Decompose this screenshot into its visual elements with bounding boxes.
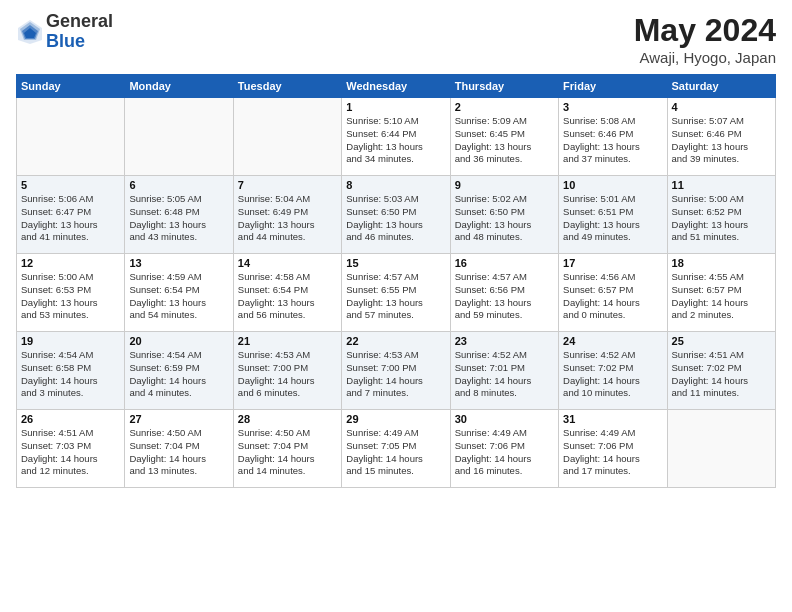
table-row: 21Sunrise: 4:53 AMSunset: 7:00 PMDayligh…	[233, 332, 341, 410]
day-number: 3	[563, 101, 662, 113]
table-row: 18Sunrise: 4:55 AMSunset: 6:57 PMDayligh…	[667, 254, 775, 332]
day-number: 14	[238, 257, 337, 269]
day-info: Sunrise: 5:08 AMSunset: 6:46 PMDaylight:…	[563, 115, 662, 166]
day-number: 8	[346, 179, 445, 191]
table-row: 9Sunrise: 5:02 AMSunset: 6:50 PMDaylight…	[450, 176, 558, 254]
table-row: 2Sunrise: 5:09 AMSunset: 6:45 PMDaylight…	[450, 98, 558, 176]
day-number: 27	[129, 413, 228, 425]
day-info: Sunrise: 5:00 AMSunset: 6:53 PMDaylight:…	[21, 271, 120, 322]
day-number: 26	[21, 413, 120, 425]
day-info: Sunrise: 4:49 AMSunset: 7:06 PMDaylight:…	[455, 427, 554, 478]
col-monday: Monday	[125, 75, 233, 98]
calendar-row: 12Sunrise: 5:00 AMSunset: 6:53 PMDayligh…	[17, 254, 776, 332]
table-row: 6Sunrise: 5:05 AMSunset: 6:48 PMDaylight…	[125, 176, 233, 254]
day-info: Sunrise: 4:56 AMSunset: 6:57 PMDaylight:…	[563, 271, 662, 322]
day-info: Sunrise: 4:57 AMSunset: 6:56 PMDaylight:…	[455, 271, 554, 322]
table-row: 16Sunrise: 4:57 AMSunset: 6:56 PMDayligh…	[450, 254, 558, 332]
day-number: 30	[455, 413, 554, 425]
day-number: 24	[563, 335, 662, 347]
day-info: Sunrise: 5:04 AMSunset: 6:49 PMDaylight:…	[238, 193, 337, 244]
day-info: Sunrise: 4:50 AMSunset: 7:04 PMDaylight:…	[129, 427, 228, 478]
day-number: 15	[346, 257, 445, 269]
table-row: 15Sunrise: 4:57 AMSunset: 6:55 PMDayligh…	[342, 254, 450, 332]
day-number: 18	[672, 257, 771, 269]
table-row	[233, 98, 341, 176]
col-thursday: Thursday	[450, 75, 558, 98]
col-sunday: Sunday	[17, 75, 125, 98]
table-row: 4Sunrise: 5:07 AMSunset: 6:46 PMDaylight…	[667, 98, 775, 176]
day-info: Sunrise: 5:02 AMSunset: 6:50 PMDaylight:…	[455, 193, 554, 244]
day-info: Sunrise: 4:53 AMSunset: 7:00 PMDaylight:…	[346, 349, 445, 400]
title-location: Awaji, Hyogo, Japan	[634, 49, 776, 66]
day-number: 19	[21, 335, 120, 347]
day-info: Sunrise: 4:55 AMSunset: 6:57 PMDaylight:…	[672, 271, 771, 322]
day-info: Sunrise: 4:49 AMSunset: 7:06 PMDaylight:…	[563, 427, 662, 478]
day-info: Sunrise: 5:10 AMSunset: 6:44 PMDaylight:…	[346, 115, 445, 166]
day-info: Sunrise: 4:49 AMSunset: 7:05 PMDaylight:…	[346, 427, 445, 478]
table-row: 7Sunrise: 5:04 AMSunset: 6:49 PMDaylight…	[233, 176, 341, 254]
day-info: Sunrise: 4:52 AMSunset: 7:01 PMDaylight:…	[455, 349, 554, 400]
table-row: 8Sunrise: 5:03 AMSunset: 6:50 PMDaylight…	[342, 176, 450, 254]
table-row: 17Sunrise: 4:56 AMSunset: 6:57 PMDayligh…	[559, 254, 667, 332]
day-info: Sunrise: 4:54 AMSunset: 6:59 PMDaylight:…	[129, 349, 228, 400]
title-month: May 2024	[634, 12, 776, 49]
table-row: 13Sunrise: 4:59 AMSunset: 6:54 PMDayligh…	[125, 254, 233, 332]
day-number: 28	[238, 413, 337, 425]
day-number: 29	[346, 413, 445, 425]
col-tuesday: Tuesday	[233, 75, 341, 98]
table-row: 1Sunrise: 5:10 AMSunset: 6:44 PMDaylight…	[342, 98, 450, 176]
day-number: 5	[21, 179, 120, 191]
table-row: 10Sunrise: 5:01 AMSunset: 6:51 PMDayligh…	[559, 176, 667, 254]
day-info: Sunrise: 4:52 AMSunset: 7:02 PMDaylight:…	[563, 349, 662, 400]
calendar-page: General Blue May 2024 Awaji, Hyogo, Japa…	[0, 0, 792, 612]
day-number: 16	[455, 257, 554, 269]
table-row: 27Sunrise: 4:50 AMSunset: 7:04 PMDayligh…	[125, 410, 233, 488]
logo: General Blue	[16, 12, 113, 52]
day-number: 10	[563, 179, 662, 191]
day-info: Sunrise: 4:51 AMSunset: 7:02 PMDaylight:…	[672, 349, 771, 400]
table-row: 11Sunrise: 5:00 AMSunset: 6:52 PMDayligh…	[667, 176, 775, 254]
day-number: 9	[455, 179, 554, 191]
day-number: 21	[238, 335, 337, 347]
header: General Blue May 2024 Awaji, Hyogo, Japa…	[16, 12, 776, 66]
col-wednesday: Wednesday	[342, 75, 450, 98]
table-row: 3Sunrise: 5:08 AMSunset: 6:46 PMDaylight…	[559, 98, 667, 176]
day-info: Sunrise: 5:06 AMSunset: 6:47 PMDaylight:…	[21, 193, 120, 244]
day-info: Sunrise: 5:07 AMSunset: 6:46 PMDaylight:…	[672, 115, 771, 166]
day-number: 12	[21, 257, 120, 269]
day-info: Sunrise: 4:50 AMSunset: 7:04 PMDaylight:…	[238, 427, 337, 478]
calendar-table: Sunday Monday Tuesday Wednesday Thursday…	[16, 74, 776, 488]
table-row: 20Sunrise: 4:54 AMSunset: 6:59 PMDayligh…	[125, 332, 233, 410]
day-info: Sunrise: 4:59 AMSunset: 6:54 PMDaylight:…	[129, 271, 228, 322]
logo-icon	[16, 18, 44, 46]
logo-general: General	[46, 12, 113, 32]
day-number: 11	[672, 179, 771, 191]
table-row: 31Sunrise: 4:49 AMSunset: 7:06 PMDayligh…	[559, 410, 667, 488]
table-row: 29Sunrise: 4:49 AMSunset: 7:05 PMDayligh…	[342, 410, 450, 488]
day-number: 23	[455, 335, 554, 347]
table-row: 22Sunrise: 4:53 AMSunset: 7:00 PMDayligh…	[342, 332, 450, 410]
day-number: 1	[346, 101, 445, 113]
calendar-row: 5Sunrise: 5:06 AMSunset: 6:47 PMDaylight…	[17, 176, 776, 254]
table-row: 26Sunrise: 4:51 AMSunset: 7:03 PMDayligh…	[17, 410, 125, 488]
calendar-row: 19Sunrise: 4:54 AMSunset: 6:58 PMDayligh…	[17, 332, 776, 410]
logo-blue: Blue	[46, 32, 113, 52]
table-row: 12Sunrise: 5:00 AMSunset: 6:53 PMDayligh…	[17, 254, 125, 332]
calendar-row: 26Sunrise: 4:51 AMSunset: 7:03 PMDayligh…	[17, 410, 776, 488]
col-friday: Friday	[559, 75, 667, 98]
day-info: Sunrise: 4:54 AMSunset: 6:58 PMDaylight:…	[21, 349, 120, 400]
table-row: 19Sunrise: 4:54 AMSunset: 6:58 PMDayligh…	[17, 332, 125, 410]
day-info: Sunrise: 4:58 AMSunset: 6:54 PMDaylight:…	[238, 271, 337, 322]
day-info: Sunrise: 4:57 AMSunset: 6:55 PMDaylight:…	[346, 271, 445, 322]
table-row: 5Sunrise: 5:06 AMSunset: 6:47 PMDaylight…	[17, 176, 125, 254]
logo-text: General Blue	[46, 12, 113, 52]
day-info: Sunrise: 5:05 AMSunset: 6:48 PMDaylight:…	[129, 193, 228, 244]
table-row: 14Sunrise: 4:58 AMSunset: 6:54 PMDayligh…	[233, 254, 341, 332]
day-number: 20	[129, 335, 228, 347]
table-row	[17, 98, 125, 176]
day-number: 22	[346, 335, 445, 347]
table-row: 23Sunrise: 4:52 AMSunset: 7:01 PMDayligh…	[450, 332, 558, 410]
day-number: 7	[238, 179, 337, 191]
day-info: Sunrise: 4:51 AMSunset: 7:03 PMDaylight:…	[21, 427, 120, 478]
day-number: 17	[563, 257, 662, 269]
